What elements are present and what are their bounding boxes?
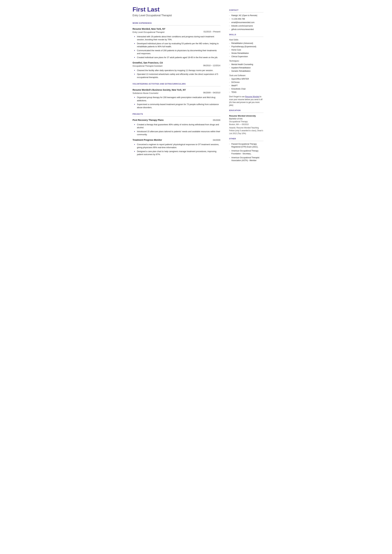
volunteer-1-title-block: Resume Worded's Business Society, New Yo…: [133, 88, 202, 95]
edu-university: Resume Worded University: [229, 114, 263, 118]
project-1-bullet-2: Introduced 15 aftercare plans tailored t…: [134, 130, 220, 136]
skills-section-title: SKILLS: [229, 33, 263, 36]
job-1-bullet-2: Developed individual plans of care by ev…: [134, 42, 220, 48]
volunteer-1-role: Substance Abuse Counselor: [133, 91, 202, 95]
contact-location: Raleigh, NC (Open to Remote): [229, 14, 263, 17]
edu-location-date: Boston, MA — 05/2010: [229, 123, 263, 126]
tool-kinesthetic: Kinesthetic Chair: [229, 87, 263, 90]
contact-linkedin: linkedin.com/in/username: [229, 24, 263, 27]
other-list: Passed Occupational Therapy Registered (…: [229, 143, 263, 162]
edu-awards: Awards: Resume Worded Teaching Fellow (o…: [229, 126, 263, 135]
education-block: Resume Worded University Bachelor of Art…: [229, 114, 263, 135]
project-2-name: Treatment Progress Monitor: [133, 138, 162, 142]
project-2-header: Treatment Progress Monitor 04/2009: [133, 138, 220, 142]
job-1-bullet-4: Created individual care plans for 37 adu…: [134, 56, 220, 59]
other-item-3: American Occupational Therapist Associat…: [229, 156, 263, 162]
volunteer-1-bullet-1: Organized group therapy for 200 teenager…: [134, 96, 220, 102]
volunteer-1-bullets: Organized group therapy for 200 teenager…: [134, 96, 220, 109]
projects-section-title: PROJECTS: [133, 113, 220, 115]
project-1-bullet-1: Created a therapy that guarantees 90% sa…: [134, 123, 220, 129]
techniques-list: Mental Health Counseling Inpatient Rehab…: [229, 63, 263, 72]
skill-home-care: Home Care: [229, 49, 263, 51]
project-2-bullets: Conceived a regimen to report patients' …: [134, 143, 220, 156]
candidate-name: First Last: [133, 6, 220, 13]
volunteering-section-title: VOLUNTEERING ACTIVITIES AND EXTRACURRICU…: [133, 83, 220, 85]
volunteer-1-company: Resume Worded's Business Society, New Yo…: [133, 88, 202, 91]
tools-list: OpenOffice WRITER DrChrono WebPT Kinesth…: [229, 77, 263, 94]
edu-degree: Bachelor of Arts: [229, 117, 263, 120]
other-item-1: Passed Occupational Therapy Registered (…: [229, 143, 263, 148]
job-2-bullet-2: Operated 13 motorized wheelchairs safely…: [134, 73, 220, 79]
job-1-role: Entry Level Occupational Therapist: [133, 31, 202, 34]
tools-label: Tools and Software:: [229, 74, 263, 77]
job-1-dates: 01/2015 – Present: [203, 30, 220, 33]
job-2-header: Growthsi, San Francisco, CA Occupational…: [133, 61, 220, 68]
job-1-company: Resume Worded, New York, NY: [133, 27, 202, 31]
hard-skills-list: Rehabilitation (Advanced) Psychotherapy …: [229, 42, 263, 58]
job-2-company: Growthsi, San Francisco, CA: [133, 61, 202, 64]
project-2-bullet-1: Conceived a regimen to report patients' …: [134, 143, 220, 149]
education-divider: [229, 112, 263, 113]
job-2-bullet-1: Cleaned the facility after daily operati…: [134, 69, 220, 72]
tool-tens: TENS: [229, 91, 263, 94]
job-2-bullets: Cleaned the facility after daily operati…: [134, 69, 220, 79]
job-1-bullet-3: Communicated the needs of 200 patients t…: [134, 49, 220, 55]
left-column: First Last Entry Level Occupational Ther…: [125, 6, 226, 194]
contact-list: Raleigh, NC (Open to Remote) +1-234-456-…: [229, 14, 263, 31]
contact-github: github.com/resumeworded: [229, 28, 263, 31]
promo-before: Don't forget to use: [229, 96, 245, 98]
volunteer-1-dates: 06/2009 – 04/2010: [203, 91, 220, 94]
job-1-bullets: Interacted with 19 patients about their …: [134, 35, 220, 59]
right-column: CONTACT Raleigh, NC (Open to Remote) +1-…: [226, 6, 267, 194]
contact-section-title: CONTACT: [229, 9, 263, 12]
tool-openoffice: OpenOffice WRITER: [229, 77, 263, 80]
edu-field: Occupational Therapy: [229, 120, 263, 123]
work-experience-section-title: WORK EXPERIENCE: [133, 22, 220, 24]
volunteer-1-bullet-2: Supervised a community-based treatment p…: [134, 103, 220, 109]
projects-divider: [133, 116, 220, 117]
project-1-name: Post Recovery Therapy Plans: [133, 119, 164, 122]
other-item-2: American Occupational Therapy Foundation…: [229, 149, 263, 155]
skill-psychotherapy: Psychotherapy (Experienced): [229, 45, 263, 48]
project-2-date: 04/2009: [213, 139, 220, 142]
other-section-title: OTHER: [229, 137, 263, 140]
contact-divider: [229, 12, 263, 13]
job-1-bullet-1: Interacted with 19 patients about their …: [134, 35, 220, 41]
contact-phone: +1-234-456-789: [229, 18, 263, 20]
promo-link[interactable]: Resume Worded: [245, 96, 259, 98]
job-1-title-block: Resume Worded, New York, NY Entry Level …: [133, 27, 202, 34]
project-2-bullet-2: Designed a care plan chart to help careg…: [134, 150, 220, 156]
job-2-role: Occupational Therapist Assistant: [133, 64, 202, 68]
project-1-header: Post Recovery Therapy Plans 05/2009: [133, 119, 220, 122]
education-section-title: EDUCATION: [229, 109, 263, 112]
project-1-bullets: Created a therapy that guarantees 90% sa…: [134, 123, 220, 136]
technique-inpatient: Inpatient Rehabilitation: [229, 66, 263, 69]
candidate-subtitle: Entry Level Occupational Therapist: [133, 14, 220, 17]
techniques-label: Techniques:: [229, 60, 263, 62]
job-1-header: Resume Worded, New York, NY Entry Level …: [133, 27, 220, 34]
promo-block: Don't forget to use Resume Worded to sca…: [229, 95, 263, 107]
skill-stroke-rehabilitation: Stroke Rehabilitation: [229, 52, 263, 55]
project-1-date: 05/2009: [213, 119, 220, 122]
technique-geriatric: Geriatric Rehabilitation: [229, 70, 263, 72]
job-2-dates: 06/2010 – 12/2014: [203, 64, 220, 67]
volunteering-divider: [133, 86, 220, 86]
volunteer-1-header: Resume Worded's Business Society, New Yo…: [133, 88, 220, 95]
tool-drchrono: DrChrono: [229, 81, 263, 84]
tool-webpt: WebPT: [229, 84, 263, 87]
hard-skills-label: Hard Skills:: [229, 38, 263, 41]
technique-mental-health: Mental Health Counseling: [229, 63, 263, 66]
skill-clinical-supervision: Clinical Supervision: [229, 55, 263, 58]
skill-rehabilitation: Rehabilitation (Advanced): [229, 42, 263, 45]
job-2-title-block: Growthsi, San Francisco, CA Occupational…: [133, 61, 202, 68]
contact-email: email@resumeworded.com: [229, 21, 263, 24]
